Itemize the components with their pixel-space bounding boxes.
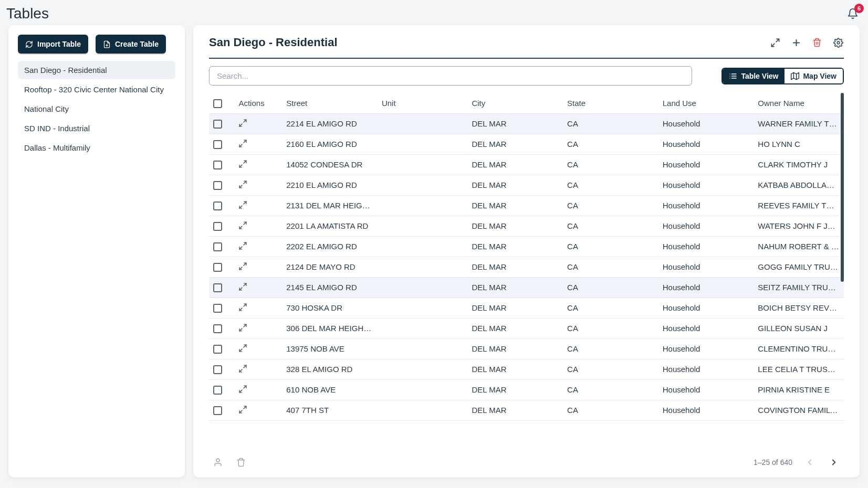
row-expand-icon[interactable] [238,139,247,148]
row-checkbox[interactable] [213,365,222,374]
row-checkbox[interactable] [213,120,222,129]
col-state[interactable]: State [563,93,658,113]
table-row[interactable]: 2124 DE MAYO RDDEL MARCAHouseholdGOGG FA… [209,257,844,277]
gear-icon[interactable] [832,37,844,48]
scrollbar[interactable] [841,93,844,282]
import-table-button[interactable]: Import Table [18,35,88,54]
cell-unit [378,257,468,277]
row-expand-icon[interactable] [238,119,247,128]
cell-city: DEL MAR [467,359,563,379]
row-checkbox[interactable] [213,242,222,251]
table-row[interactable]: 2145 EL AMIGO RDDEL MARCAHouseholdSEITZ … [209,277,844,298]
cell-city: DEL MAR [467,175,563,195]
row-checkbox[interactable] [213,386,222,395]
cell-street: 610 NOB AVE [282,379,378,400]
table-row[interactable]: 2202 EL AMIGO RDDEL MARCAHouseholdNAHUM … [209,236,844,257]
delete-rows-icon[interactable] [235,457,247,468]
add-icon[interactable] [790,37,802,48]
cell-owner: WATERS JOHN F JR & ... [754,216,844,236]
list-icon [729,72,737,80]
sidebar-item[interactable]: Dallas - Multifamily [18,139,175,157]
row-checkbox[interactable] [213,201,222,210]
cell-street: 730 HOSKA DR [282,298,378,318]
table-row[interactable]: 407 7TH STDEL MARCAHouseholdCOVINGTON FA… [209,400,844,420]
row-checkbox[interactable] [213,324,222,333]
col-owner[interactable]: Owner Name [754,93,844,113]
row-expand-icon[interactable] [238,344,247,353]
table-row[interactable]: 2160 EL AMIGO RDDEL MARCAHouseholdHO LYN… [209,134,844,154]
table-row[interactable]: 2214 EL AMIGO RDDEL MARCAHouseholdWARNER… [209,113,844,134]
cell-land-use: Household [658,379,754,400]
cell-unit [378,154,468,175]
table-title: San Diego - Residential [209,36,338,49]
row-expand-icon[interactable] [238,405,247,414]
col-city[interactable]: City [467,93,563,113]
cell-state: CA [563,379,658,400]
cell-owner: HO LYNN C [754,134,844,154]
row-expand-icon[interactable] [238,385,247,394]
trash-icon[interactable] [811,37,823,48]
row-checkbox[interactable] [213,222,222,231]
table-row[interactable]: 610 NOB AVEDEL MARCAHouseholdPIRNIA KRIS… [209,379,844,400]
cell-state: CA [563,175,658,195]
main-panel: San Diego - Residential [193,25,860,478]
cell-unit [378,216,468,236]
row-expand-icon[interactable] [238,262,247,271]
cell-unit [378,338,468,359]
cell-city: DEL MAR [467,236,563,257]
row-expand-icon[interactable] [238,282,247,291]
pagination-prev[interactable] [803,455,817,469]
cell-owner: GOGG FAMILY TRUST ... [754,257,844,277]
sidebar-item[interactable]: National City [18,100,175,118]
row-expand-icon[interactable] [238,303,247,312]
search-input[interactable] [209,66,692,86]
row-expand-icon[interactable] [238,364,247,373]
row-checkbox[interactable] [213,406,222,415]
table-row[interactable]: 14052 CONDESA DRDEL MARCAHouseholdCLARK … [209,154,844,175]
cell-owner: KATBAB ABDOLLAH FA... [754,175,844,195]
row-checkbox[interactable] [213,283,222,292]
row-checkbox[interactable] [213,161,222,169]
table-row[interactable]: 2131 DEL MAR HEIGHT...DEL MARCAHousehold… [209,195,844,216]
cell-state: CA [563,359,658,379]
user-assign-icon[interactable] [212,457,224,468]
row-expand-icon[interactable] [238,221,247,230]
table-row[interactable]: 2201 LA AMATISTA RDDEL MARCAHouseholdWAT… [209,216,844,236]
cell-state: CA [563,277,658,298]
notifications-button[interactable]: 6 [847,8,859,19]
table-view-button[interactable]: Table View [723,69,785,83]
page-title: Tables [6,5,49,22]
sidebar-item[interactable]: SD IND - Industrial [18,119,175,137]
row-checkbox[interactable] [213,304,222,313]
col-unit[interactable]: Unit [378,93,468,113]
table-row[interactable]: 730 HOSKA DRDEL MARCAHouseholdBOICH BETS… [209,298,844,318]
expand-icon[interactable] [769,37,781,48]
col-actions[interactable]: Actions [234,93,282,113]
cell-land-use: Household [658,175,754,195]
col-land-use[interactable]: Land Use [658,93,754,113]
row-checkbox[interactable] [213,263,222,272]
row-expand-icon[interactable] [238,241,247,250]
table-row[interactable]: 328 EL AMIGO RDDEL MARCAHouseholdLEE CEL… [209,359,844,379]
table-row[interactable]: 13975 NOB AVEDEL MARCAHouseholdCLEMENTIN… [209,338,844,359]
col-street[interactable]: Street [282,93,378,113]
row-checkbox[interactable] [213,345,222,354]
sidebar-item[interactable]: San Diego - Residential [18,61,175,79]
row-expand-icon[interactable] [238,200,247,209]
row-expand-icon[interactable] [238,323,247,332]
cell-unit [378,113,468,134]
cell-street: 407 7TH ST [282,400,378,420]
table-row[interactable]: 2210 EL AMIGO RDDEL MARCAHouseholdKATBAB… [209,175,844,195]
row-checkbox[interactable] [213,181,222,190]
select-all-checkbox[interactable] [213,99,222,108]
map-view-button[interactable]: Map View [785,69,843,83]
table-row[interactable]: 306 DEL MAR HEIGHTS...DEL MARCAHousehold… [209,318,844,338]
row-expand-icon[interactable] [238,160,247,168]
sidebar-item[interactable]: Rooftop - 320 Civic Center National City [18,80,175,99]
map-view-label: Map View [803,72,836,80]
row-checkbox[interactable] [213,140,222,149]
row-expand-icon[interactable] [238,180,247,189]
cell-state: CA [563,216,658,236]
create-table-button[interactable]: Create Table [96,35,166,54]
pagination-next[interactable] [827,455,841,469]
